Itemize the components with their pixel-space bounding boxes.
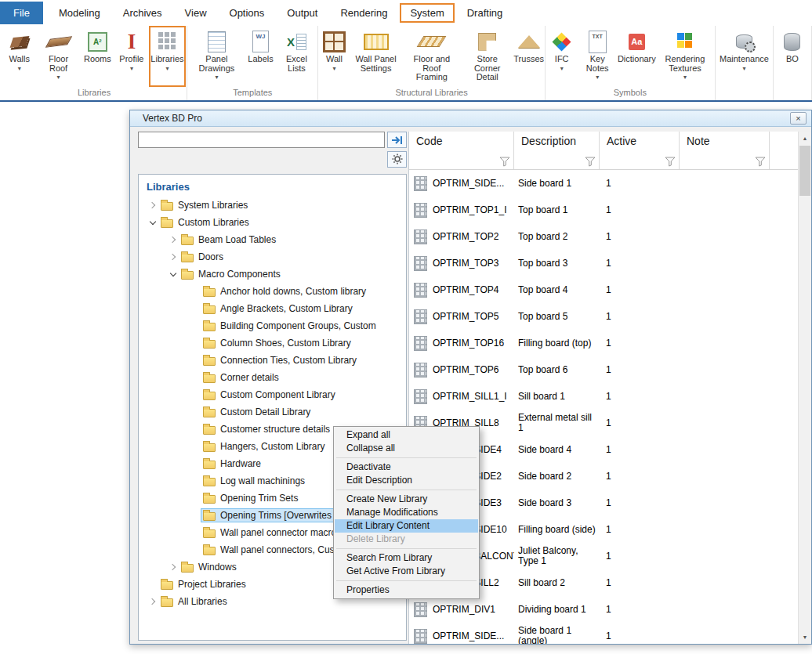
tab-archives[interactable]: Archives: [113, 3, 172, 23]
tree-item-connection-ties-custom-library[interactable]: Connection Ties, Custom Library: [139, 352, 406, 369]
menu-item-collapse-all[interactable]: Collapse all: [335, 442, 478, 455]
column-header-code[interactable]: Code: [409, 132, 514, 169]
rendering-textures-button[interactable]: Rendering Textures▾: [656, 26, 714, 87]
tab-drafting[interactable]: Drafting: [457, 3, 513, 23]
table-row[interactable]: OPTRIM_TOP2Top board 21: [409, 223, 798, 250]
scroll-up-arrow-icon[interactable]: [799, 132, 811, 145]
tree-item-body: All Libraries: [159, 595, 230, 608]
tree-item-doors[interactable]: Doors: [139, 248, 406, 266]
tab-file[interactable]: File: [0, 2, 43, 24]
code-text: OPTRIM_TOP3: [433, 258, 498, 269]
column-header-label: Description: [521, 135, 599, 147]
tree-item-body: Custom Component Library: [201, 388, 339, 401]
cell-description: Top board 5: [514, 312, 600, 322]
column-header-note[interactable]: Note: [680, 132, 770, 169]
ribbon: FileModelingArchivesViewOptionsOutputRen…: [0, 0, 812, 102]
scroll-thumb[interactable]: [799, 146, 810, 196]
menu-item-expand-all[interactable]: Expand all: [335, 428, 478, 442]
chevron-down-icon[interactable]: [147, 216, 159, 229]
panel-drawings-button[interactable]: Panel Drawings▾: [188, 26, 245, 87]
menu-item-edit-description[interactable]: Edit Description: [335, 474, 478, 487]
chevron-right-icon[interactable]: [167, 561, 179, 573]
menu-item-deactivate[interactable]: Deactivate: [335, 461, 478, 474]
menu-item-get-active-from-library[interactable]: Get Active From Library: [335, 565, 478, 578]
search-input[interactable]: [138, 132, 385, 148]
chevron-right-icon[interactable]: [147, 595, 159, 608]
wall-panel-settings-button[interactable]: Wall Panel Settings: [349, 26, 402, 87]
key-notes-button[interactable]: Key Notes▾: [578, 26, 618, 87]
menu-item-properties[interactable]: Properties: [335, 584, 478, 597]
menu-item-search-from-library[interactable]: Search From Library: [335, 551, 478, 565]
store-corner-detail-icon: [473, 28, 502, 55]
table-row[interactable]: OPTRIM_TOP16Filling board (top)1: [409, 330, 798, 356]
tree-item-corner-details[interactable]: Corner details: [139, 369, 406, 386]
table-row[interactable]: OPTRIM_SILL1_ISill board 11: [409, 383, 798, 410]
bo-button[interactable]: BO: [774, 26, 810, 87]
floor-and-roof-framing-button[interactable]: Floor and Roof Framing: [403, 26, 461, 87]
trusses-button[interactable]: Trusses: [514, 26, 544, 87]
chevron-right-icon[interactable]: [167, 233, 179, 246]
tab-view[interactable]: View: [175, 3, 217, 23]
tree-item-system-libraries[interactable]: System Libraries: [139, 197, 406, 214]
tree-item-macro-components[interactable]: Macro Components: [139, 266, 406, 283]
walls-button[interactable]: Walls▾: [2, 26, 37, 87]
maintenance-button[interactable]: Maintenance▾: [716, 26, 772, 87]
funnel-icon[interactable]: [499, 157, 510, 167]
column-header-description[interactable]: Description: [514, 132, 600, 169]
chevron-right-icon[interactable]: [147, 199, 159, 211]
labels-button[interactable]: Labels: [245, 26, 277, 87]
table-row[interactable]: OPTRIM_TOP6Top board 61: [409, 356, 798, 383]
tree-item-custom-detail-library[interactable]: Custom Detail Library: [139, 403, 406, 421]
funnel-icon[interactable]: [665, 157, 676, 167]
libraries-button[interactable]: Libraries▾: [149, 26, 186, 87]
tree-item-custom-component-library[interactable]: Custom Component Library: [139, 386, 406, 403]
table-row[interactable]: OPTRIM_SIDE...Side board 11: [409, 170, 798, 197]
table-row[interactable]: OPTRIM_TOP3Top board 31: [409, 250, 798, 276]
dialog-titlebar[interactable]: Vertex BD Pro ×: [130, 110, 811, 127]
table-row[interactable]: OPTRIM_SIDE...Side board 1 (angle)1: [409, 623, 798, 644]
button-label: Walls: [9, 55, 30, 64]
grid-icon: [414, 256, 427, 271]
tree-item-building-component-groups-custom[interactable]: Building Component Groups, Custom: [139, 317, 406, 334]
column-header-active[interactable]: Active: [600, 132, 680, 169]
tab-rendering[interactable]: Rendering: [330, 3, 397, 23]
grid-icon: [414, 389, 427, 404]
table-row[interactable]: OPTRIM_TOP5Top board 51: [409, 303, 798, 330]
tab-output[interactable]: Output: [277, 3, 328, 23]
cell-code: OPTRIM_TOP4: [409, 283, 514, 298]
tab-system[interactable]: System: [400, 3, 454, 23]
store-corner-detail-button[interactable]: Store Corner Detail: [461, 26, 514, 87]
cell-active: 1: [600, 604, 680, 615]
table-row[interactable]: OPTRIM_TOP1_ITop board 11: [409, 197, 798, 223]
floor-roof-button[interactable]: Floor Roof▾: [37, 26, 81, 87]
rooms-button[interactable]: Rooms: [81, 26, 115, 87]
funnel-icon[interactable]: [755, 157, 766, 167]
tree-item-beam-load-tables[interactable]: Beam Load Tables: [139, 231, 406, 248]
search-go-button[interactable]: [387, 132, 407, 148]
folder-icon: [181, 271, 194, 280]
tab-modeling[interactable]: Modeling: [49, 3, 111, 23]
ifc-button[interactable]: IFC▾: [546, 26, 578, 87]
chevron-right-icon[interactable]: [167, 251, 179, 263]
profile-button[interactable]: Profile▾: [114, 26, 149, 87]
wall-button[interactable]: Wall▾: [319, 26, 349, 87]
tree-item-body: Customer structure details: [201, 423, 333, 435]
tree-item-column-shoes-custom-library[interactable]: Column Shoes, Custom Library: [139, 334, 406, 352]
tab-options[interactable]: Options: [219, 3, 275, 23]
tree-item-custom-libraries[interactable]: Custom Libraries: [139, 214, 406, 231]
menu-item-manage-modifications[interactable]: Manage Modifications: [335, 506, 478, 519]
close-button[interactable]: ×: [790, 112, 807, 125]
excel-lists-button[interactable]: Excel Lists: [276, 26, 317, 87]
table-scrollbar[interactable]: [798, 132, 811, 644]
table-row[interactable]: OPTRIM_DIV1Dividing board 11: [409, 596, 798, 623]
scroll-down-arrow-icon[interactable]: [799, 631, 811, 644]
table-row[interactable]: OPTRIM_TOP4Top board 41: [409, 276, 798, 303]
tree-item-anchor-hold-downs-custom-library[interactable]: Anchor hold downs, Custom library: [139, 283, 406, 300]
menu-item-edit-library-content[interactable]: Edit Library Content: [335, 519, 478, 533]
menu-item-create-new-library[interactable]: Create New Library: [335, 493, 478, 506]
chevron-down-icon[interactable]: [167, 268, 179, 280]
funnel-icon[interactable]: [585, 157, 596, 167]
dictionary-button[interactable]: Dictionary: [618, 26, 656, 87]
settings-button[interactable]: [387, 151, 407, 168]
tree-item-angle-brackets-custom-library[interactable]: Angle Brackets, Custom Library: [139, 300, 406, 317]
